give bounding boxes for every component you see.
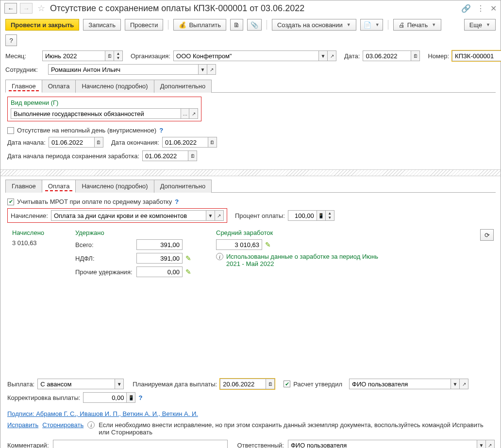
save-button[interactable]: Записать	[83, 19, 121, 31]
help-button[interactable]: ?	[5, 34, 17, 46]
pencil-icon[interactable]: ✎	[265, 241, 271, 249]
approver-input[interactable]	[352, 381, 448, 388]
forward-button[interactable]: →	[20, 3, 33, 14]
copy-button[interactable]: 📄▼	[360, 19, 383, 31]
mrot-checkbox[interactable]: ✔ Учитывать МРОТ при оплате по среднему …	[7, 198, 172, 205]
post-and-close-button[interactable]: Провести и закрыть	[5, 19, 79, 31]
calendar-icon[interactable]: 🗓	[411, 50, 420, 61]
month-spinner[interactable]: ▲▼	[114, 50, 123, 61]
signatures-link[interactable]: Подписи: Абрамов Г. С., Ивашов И. П., Ве…	[7, 410, 198, 417]
ndfl-input[interactable]	[139, 255, 180, 262]
percent-spinner[interactable]: ▲▼	[326, 210, 334, 221]
calendar-icon[interactable]: 🗓	[105, 50, 114, 61]
tab-extra-2[interactable]: Дополнительно	[154, 180, 212, 193]
number-input[interactable]	[455, 52, 501, 60]
avg-input[interactable]	[219, 241, 259, 249]
employee-open[interactable]: ↗	[207, 64, 216, 75]
approver-open[interactable]: ↗	[460, 379, 468, 389]
payout-input[interactable]	[40, 381, 112, 388]
responsible-dropdown[interactable]: ▼	[477, 440, 486, 448]
accrued-value: 3 010,63	[12, 239, 61, 247]
time-type-label: Вид времени (Г)	[11, 99, 198, 106]
close-icon[interactable]: ✕	[490, 4, 497, 13]
more-button[interactable]: Еще▼	[464, 19, 496, 31]
end-date-input[interactable]	[165, 139, 205, 146]
hint-text: Если необходимо внести исправление, но п…	[99, 421, 494, 436]
create-on-basis-button[interactable]: Создать на основании▼	[272, 19, 356, 31]
month-input[interactable]	[45, 52, 102, 60]
responsible-label: Ответственный:	[237, 442, 284, 448]
link-icon[interactable]: 🔗	[461, 4, 471, 13]
date-input[interactable]	[366, 52, 408, 60]
accrual-dropdown[interactable]: ▼	[206, 210, 215, 221]
favorite-icon[interactable]: ☆	[37, 3, 45, 14]
org-input[interactable]	[176, 52, 316, 60]
info-icon: i	[87, 421, 95, 429]
print-button[interactable]: 🖨 Печать▼	[393, 19, 442, 31]
pay-button[interactable]: 💰 Выплатить	[173, 19, 226, 31]
tab-accrued[interactable]: Начислено (подробно)	[75, 80, 154, 93]
responsible-input[interactable]	[291, 442, 474, 448]
calculator-icon[interactable]: 📱	[317, 210, 326, 221]
end-date-label: Дата окончания:	[111, 139, 159, 146]
help-icon[interactable]: ?	[138, 394, 142, 401]
comment-input[interactable]	[56, 442, 225, 448]
pencil-icon[interactable]: ✎	[185, 268, 191, 276]
payout-dropdown[interactable]: ▼	[115, 379, 124, 389]
start-date-label: Дата начала:	[7, 139, 46, 146]
org-dropdown[interactable]: ▼	[319, 50, 328, 61]
other-input[interactable]	[139, 268, 180, 276]
tab-main-2[interactable]: Главное	[5, 180, 42, 193]
keep-period-label: Дата начала периода сохранения заработка…	[7, 152, 139, 160]
help-icon[interactable]: ?	[159, 127, 163, 134]
number-label: Номер:	[428, 52, 449, 60]
withheld-header: Удержано	[75, 229, 201, 236]
tab-extra[interactable]: Дополнительно	[154, 80, 212, 93]
correction-label: Корректировка выплаты:	[7, 394, 80, 401]
torn-edge	[0, 169, 501, 176]
tab-payment[interactable]: Оплата	[42, 80, 76, 93]
calendar-icon[interactable]: 🗓	[188, 150, 197, 161]
calculator-icon[interactable]: 📱	[127, 392, 135, 403]
employee-input[interactable]	[51, 66, 196, 73]
approved-checkbox[interactable]: ✔ Расчет утвердил	[284, 381, 342, 388]
approver-dropdown[interactable]: ▼	[451, 379, 460, 389]
percent-input[interactable]	[291, 212, 314, 219]
org-label: Организация:	[131, 52, 170, 60]
payout-label: Выплата:	[7, 381, 34, 388]
employee-dropdown[interactable]: ▼	[199, 64, 207, 75]
fix-link[interactable]: Исправить	[7, 421, 38, 429]
start-date-input[interactable]	[51, 139, 92, 146]
back-button[interactable]: ←	[4, 3, 17, 14]
storno-link[interactable]: Сторнировать	[42, 421, 84, 429]
tab-payment-2[interactable]: Оплата	[42, 180, 76, 193]
time-type-clear[interactable]: …	[181, 108, 190, 119]
calendar-icon[interactable]: 🗓	[266, 379, 275, 389]
time-type-input[interactable]	[14, 110, 178, 117]
org-open[interactable]: ↗	[328, 50, 336, 61]
time-type-open[interactable]: ↗	[189, 108, 198, 119]
tab-main[interactable]: Главное	[5, 80, 42, 93]
other-label: Прочие удержания:	[75, 268, 134, 276]
keep-period-input[interactable]	[145, 152, 185, 160]
ndfl-label: НДФЛ:	[75, 255, 134, 262]
percent-label: Процент оплаты:	[235, 212, 285, 219]
accrual-open[interactable]: ↗	[215, 210, 224, 221]
refresh-button[interactable]: ⟳	[480, 229, 494, 241]
help-icon[interactable]: ?	[175, 198, 179, 205]
accrual-input[interactable]	[54, 212, 203, 219]
kebab-icon[interactable]: ⋮	[477, 4, 484, 13]
post-button[interactable]: Провести	[125, 19, 164, 31]
document-icon-button[interactable]: 🗎	[230, 19, 243, 31]
attach-button[interactable]: 📎	[247, 19, 262, 31]
tab-accrued-2[interactable]: Начислено (подробно)	[75, 180, 154, 193]
plan-date-input[interactable]	[223, 381, 263, 388]
calendar-icon[interactable]: 🗓	[208, 137, 217, 148]
pencil-icon[interactable]: ✎	[185, 254, 191, 262]
partial-day-checkbox[interactable]: Отсутствие на неполный день (внутрисменн…	[7, 127, 156, 134]
total-input[interactable]	[139, 241, 180, 249]
calendar-icon[interactable]: 🗓	[95, 137, 103, 148]
correction-input[interactable]	[86, 394, 124, 401]
accrued-header: Начислено	[12, 229, 61, 236]
responsible-open[interactable]: ↗	[486, 440, 495, 448]
